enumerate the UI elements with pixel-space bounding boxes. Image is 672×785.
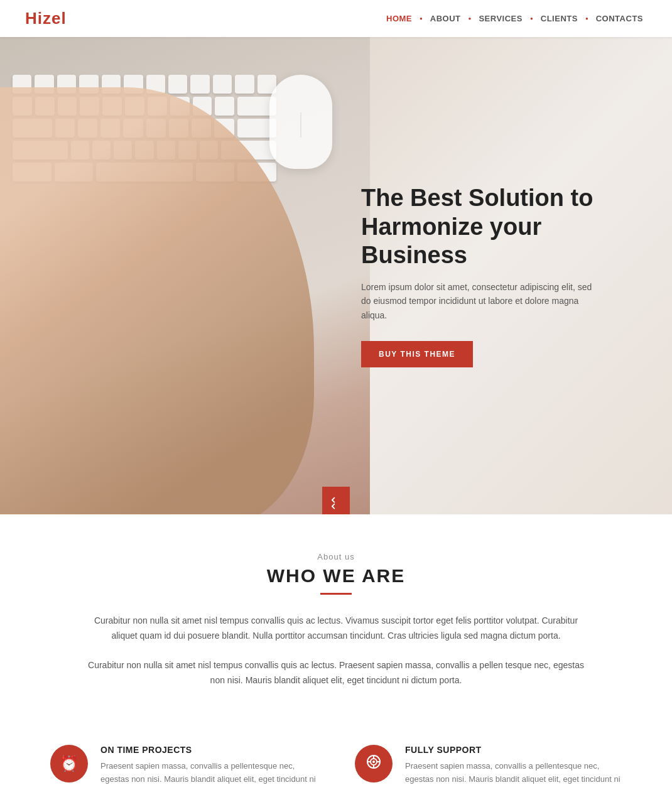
feature-item-2: FULLY SUPPORT Praesent sapien massa, con… (355, 745, 622, 785)
keyboard-visual (0, 37, 370, 514)
target-icon (365, 753, 382, 774)
nav-dot-3: ● (530, 16, 533, 21)
nav-home[interactable]: HOME (382, 11, 416, 26)
svg-point-2 (372, 761, 375, 763)
section-title: WHO WE ARE (25, 565, 647, 587)
main-nav: HOME ● ABOUT ● SERVICES ● CLIENTS ● CONT… (382, 11, 647, 26)
hero-section: The Best Solution to Harmonize your Busi… (0, 37, 672, 514)
scroll-down-button[interactable]: ⌄⌄ (322, 487, 350, 514)
section-label: About us (25, 552, 647, 561)
section-divider (320, 593, 352, 595)
feature-desc-1: Praesent sapien massa, convallis a pelle… (100, 760, 317, 785)
feature-item-1: ⏰ ON TIME PROJECTS Praesent sapien massa… (50, 745, 317, 785)
mouse-line (300, 112, 301, 138)
key (215, 97, 234, 116)
feature-icon-2 (355, 745, 393, 782)
feature-content-1: ON TIME PROJECTS Praesent sapien massa, … (100, 745, 317, 785)
logo: Hizel (25, 9, 67, 28)
about-section: About us WHO WE ARE Curabitur non nulla … (0, 514, 672, 745)
chevron-down-icon: ⌄⌄ (330, 494, 342, 507)
cta-button[interactable]: BUY THIS THEME (361, 341, 473, 367)
nav-dot-2: ● (469, 16, 472, 21)
nav-services[interactable]: SERVICES (475, 11, 526, 26)
key (235, 75, 254, 94)
nav-contacts[interactable]: CONTACTS (592, 11, 647, 26)
about-paragraph-1: Curabitur non nulla sit amet nisl tempus… (85, 614, 587, 644)
nav-clients[interactable]: CLIENTS (537, 11, 582, 26)
feature-desc-2: Praesent sapien massa, convallis a pelle… (405, 760, 622, 785)
nav-dot-1: ● (420, 16, 423, 21)
logo-highlight: H (25, 9, 38, 28)
hero-subtitle: Lorem ipsum dolor sit amet, consectetur … (361, 280, 600, 322)
hero-title: The Best Solution to Harmonize your Busi… (361, 184, 650, 270)
mouse-visual (269, 75, 332, 169)
feature-title-1: ON TIME PROJECTS (100, 745, 317, 755)
key (213, 75, 232, 94)
key (190, 75, 209, 94)
site-header: Hizel HOME ● ABOUT ● SERVICES ● CLIENTS … (0, 0, 672, 37)
about-paragraph-2: Curabitur non nulla sit amet nisl tempus… (85, 658, 587, 688)
about-text: Curabitur non nulla sit amet nisl tempus… (85, 614, 587, 688)
feature-content-2: FULLY SUPPORT Praesent sapien massa, con… (405, 745, 622, 785)
key (168, 75, 187, 94)
feature-title-2: FULLY SUPPORT (405, 745, 622, 755)
features-grid: ⏰ ON TIME PROJECTS Praesent sapien massa… (0, 745, 672, 785)
nav-dot-4: ● (585, 16, 588, 21)
logo-rest: izel (38, 9, 67, 28)
feature-icon-1: ⏰ (50, 745, 88, 782)
nav-about[interactable]: ABOUT (426, 11, 465, 26)
hero-content: The Best Solution to Harmonize your Busi… (336, 184, 650, 367)
clock-icon: ⏰ (60, 755, 79, 772)
